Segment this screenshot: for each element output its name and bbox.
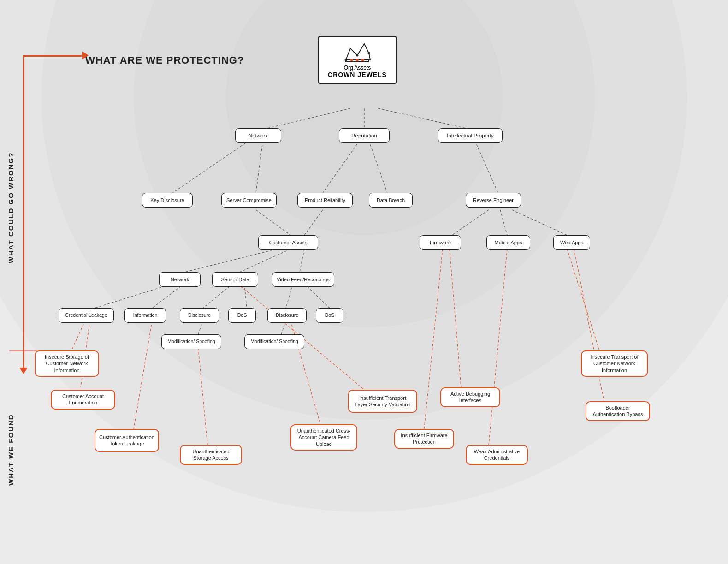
node-server-compromise: Server Compromise — [221, 193, 277, 208]
svg-point-46 — [368, 52, 370, 54]
left-arrow-head-bottom — [19, 368, 28, 374]
node-key-disclosure: Key Disclosure — [142, 193, 193, 208]
node-modification2: Modification/ Spoofing — [244, 334, 304, 349]
node-disclosure2: Disclosure — [267, 308, 307, 323]
svg-point-44 — [345, 59, 347, 61]
svg-point-43 — [361, 59, 364, 61]
svg-point-45 — [356, 54, 359, 57]
node-insufficient-firmware: Insufficient Firmware Protection — [394, 429, 454, 449]
crown-icon — [343, 42, 371, 63]
node-mobile-apps: Mobile Apps — [486, 235, 530, 250]
node-reputation: Reputation — [339, 128, 390, 143]
svg-marker-39 — [346, 44, 370, 60]
node-unauthenticated-camera: Unauthenticated Cross-Account Camera Fee… — [290, 424, 357, 451]
node-sensor-data: Sensor Data — [212, 272, 258, 287]
what-protecting-label: WHAT ARE WE PROTECTING? — [85, 54, 244, 66]
node-intellectual-property: Intellectual Property — [438, 128, 503, 143]
node-product-reliability: Product Reliability — [297, 193, 353, 208]
node-unauthenticated-storage: Unauthenticated Storage Access — [180, 445, 242, 465]
node-credential-leakage: Credential Leakage — [59, 308, 114, 323]
node-video-feed: Video Feed/Recordings — [272, 272, 334, 287]
node-active-debugging: Active Debugging Interfaces — [440, 387, 500, 407]
node-information: Information — [124, 308, 166, 323]
node-firmware: Firmware — [420, 235, 461, 250]
crown-jewels-node: Org Assets CROWN JEWELS — [318, 36, 397, 84]
arc-background — [0, 0, 728, 564]
node-web-apps: Web Apps — [553, 235, 590, 250]
node-dos1: DoS — [228, 308, 256, 323]
divider-found — [9, 350, 37, 351]
node-bootloader: Bootloader Authentication Bypass — [586, 401, 650, 421]
what-wrong-label: WHAT COULD GO WRONG? — [7, 92, 15, 323]
svg-point-41 — [350, 59, 353, 61]
node-customer-assets: Customer Assets — [258, 235, 318, 250]
node-modification1: Modification/ Spoofing — [161, 334, 221, 349]
node-customer-account-enum: Customer Account Enumeration — [51, 390, 115, 410]
node-dos2: DoS — [316, 308, 343, 323]
node-reverse-engineer: Reverse Engineer — [466, 193, 521, 208]
left-arrow-head-right — [82, 51, 89, 59]
left-arrow-top-horizontal — [23, 55, 83, 57]
node-insecure-storage: Insecure Storage of Customer Network Inf… — [35, 350, 99, 377]
node-insufficient-transport: Insufficient Transport Layer Security Va… — [348, 390, 417, 413]
left-arrow-line — [23, 55, 24, 369]
node-network-l4: Network — [159, 272, 201, 287]
node-insecure-transport-right: Insecure Transport of Customer Network I… — [581, 350, 648, 377]
what-found-label: WHAT WE FOUND — [7, 369, 15, 530]
node-data-breach: Data Breach — [369, 193, 413, 208]
main-canvas: WHAT ARE WE PROTECTING? Org Assets CROWN… — [0, 0, 728, 564]
crown-line2: CROWN JEWELS — [328, 71, 387, 78]
node-weak-admin: Weak Administrative Credentials — [466, 445, 528, 465]
crown-line1: Org Assets — [344, 65, 371, 71]
node-customer-auth-token: Customer Authentication Token Leakage — [95, 429, 159, 452]
svg-point-42 — [356, 59, 359, 61]
node-network-l1: Network — [235, 128, 281, 143]
node-disclosure1: Disclosure — [180, 308, 219, 323]
